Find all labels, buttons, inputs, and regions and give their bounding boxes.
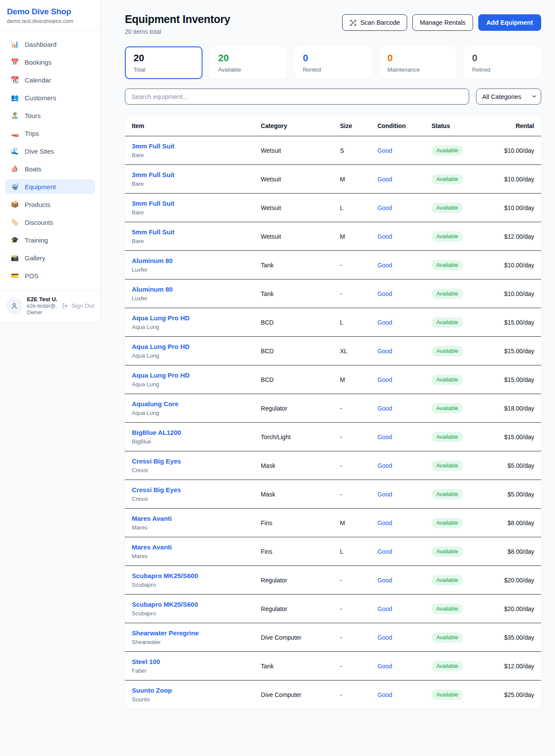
column-header-condition: Condition [370,116,424,136]
item-name-link[interactable]: 5mm Full Suit [132,228,174,236]
item-name-link[interactable]: Aqua Lung Pro HD [132,371,189,379]
table-row: 3mm Full Suit Bare Wetsuit M Good Availa… [125,165,541,194]
item-name-link[interactable]: 3mm Full Suit [132,171,174,178]
item-brand: Bare [132,181,247,187]
sidebar-item-trips[interactable]: 🚤 Trips [5,126,95,141]
stat-card-rented[interactable]: 0 Rented [294,46,372,79]
status-badge: Available [431,260,463,270]
item-category: Dive Computer [254,680,333,709]
item-size: - [333,595,370,623]
table-row: Cressi Big Eyes Cressi Mask - Good Avail… [125,480,541,509]
item-condition-link[interactable]: Good [377,319,392,326]
item-rental: $35.00/day [495,623,541,652]
table-row: 5mm Full Suit Bare Wetsuit M Good Availa… [125,222,541,251]
item-condition-link[interactable]: Good [377,491,392,498]
item-name-link[interactable]: Aqua Lung Pro HD [132,314,189,322]
status-badge: Available [431,203,463,213]
stat-card-total[interactable]: 20 Total [125,46,202,79]
item-name-link[interactable]: Mares Avanti [132,543,172,551]
sidebar-item-gallery[interactable]: 📸 Gallery [5,250,95,265]
item-name-link[interactable]: Aluminum 80 [132,257,173,264]
item-name-link[interactable]: 3mm Full Suit [132,142,174,150]
category-select[interactable]: All Categories [476,89,541,105]
sidebar-item-training[interactable]: 🎓 Training [5,233,95,247]
sign-out-button[interactable]: Sign Out [62,302,94,309]
sidebar-item-label: Products [25,201,50,208]
item-name-link[interactable]: Aqua Lung Pro HD [132,343,189,350]
item-condition-link[interactable]: Good [377,577,392,584]
item-condition-link[interactable]: Good [377,434,392,440]
table-row: Mares Avanti Mares Fins M Good Available… [125,509,541,537]
item-name-link[interactable]: Cressi Big Eyes [132,457,181,465]
item-condition-link[interactable]: Good [377,233,392,240]
item-condition-link[interactable]: Good [377,462,392,469]
item-size: L [333,194,370,222]
item-condition-link[interactable]: Good [377,605,392,612]
sidebar-item-equipment[interactable]: 🤿 Equipment [5,179,95,194]
item-condition-link[interactable]: Good [377,548,392,555]
stat-card-available[interactable]: 20 Available [209,46,287,79]
sidebar-item-customers[interactable]: 👥 Customers [5,90,95,105]
item-name-link[interactable]: BigBlue AL1200 [132,429,181,436]
search-input[interactable] [125,89,469,105]
item-name-link[interactable]: Suunto Zoop [132,687,172,694]
add-equipment-button[interactable]: Add Equipment [478,14,541,31]
status-badge: Available [431,661,463,671]
item-name-link[interactable]: Mares Avanti [132,515,172,522]
sidebar-item-dive-sites[interactable]: 🌊 Dive Sites [5,144,95,158]
item-name-link[interactable]: Cressi Big Eyes [132,486,181,493]
item-name-link[interactable]: 3mm Full Suit [132,200,174,207]
item-condition-link[interactable]: Good [377,405,392,412]
item-brand: Faber [132,667,247,674]
speedboat-icon: 🚤 [10,129,19,137]
tear-off-calendar-icon: 📆 [10,76,19,84]
item-category: Wetsuit [254,165,333,194]
item-condition-link[interactable]: Good [377,376,392,383]
sidebar-item-products[interactable]: 📦 Products [5,197,95,212]
item-name-link[interactable]: Scubapro MK25/S600 [132,572,198,579]
item-condition-link[interactable]: Good [377,348,392,355]
sidebar-item-pos[interactable]: 💳 POS [5,268,95,283]
item-condition-link[interactable]: Good [377,147,392,154]
item-condition-link[interactable]: Good [377,204,392,211]
sidebar-item-label: Calendar [25,76,51,84]
sidebar-item-label: POS [25,272,39,279]
status-badge: Available [431,317,463,328]
item-name-link[interactable]: Scubapro MK25/S600 [132,601,198,608]
people-icon: 👥 [10,94,19,102]
item-condition-link[interactable]: Good [377,262,392,269]
item-condition-link[interactable]: Good [377,691,392,698]
item-name-link[interactable]: Aqualung Core [132,400,179,408]
manage-rentals-button[interactable]: Manage Rentals [412,14,473,31]
item-name-link[interactable]: Shearwater Peregrine [132,629,199,637]
stat-card-retired[interactable]: 0 Retired [464,46,541,79]
table-row: Aqualung Core Aqua Lung Regulator - Good… [125,394,541,423]
sidebar-item-boats[interactable]: ⛵ Boats [5,161,95,176]
table-row: Steel 100 Faber Tank - Good Available $1… [125,652,541,680]
sidebar-item-label: Gallery [25,254,46,262]
item-size: - [333,423,370,451]
sidebar-item-calendar[interactable]: 📆 Calendar [5,72,95,87]
item-brand: Scubapro [132,610,247,617]
sidebar-item-tours[interactable]: 🏝️ Tours [5,108,95,123]
item-category: Fins [254,509,333,537]
scan-barcode-button[interactable]: Scan Barcode [342,14,407,31]
item-condition-link[interactable]: Good [377,290,392,297]
item-name-link[interactable]: Aluminum 80 [132,286,173,293]
item-name-link[interactable]: Steel 100 [132,658,160,665]
item-condition-link[interactable]: Good [377,519,392,526]
item-condition-link[interactable]: Good [377,176,392,183]
sidebar-item-bookings[interactable]: 📅 Bookings [5,55,95,69]
item-condition-link[interactable]: Good [377,634,392,641]
table-row: BigBlue AL1200 BigBlue Torch/Light - Goo… [125,423,541,451]
item-category: Wetsuit [254,194,333,222]
column-header-size: Size [333,116,370,136]
item-condition-link[interactable]: Good [377,663,392,670]
item-size: - [333,680,370,709]
status-badge: Available [431,375,463,385]
sidebar-item-dashboard[interactable]: 📊 Dashboard [5,37,95,52]
item-category: Tank [254,279,333,308]
stat-card-maintenance[interactable]: 0 Maintenance [379,46,457,79]
column-header-item: Item [125,116,254,136]
sidebar-item-discounts[interactable]: 🏷️ Discounts [5,215,95,230]
